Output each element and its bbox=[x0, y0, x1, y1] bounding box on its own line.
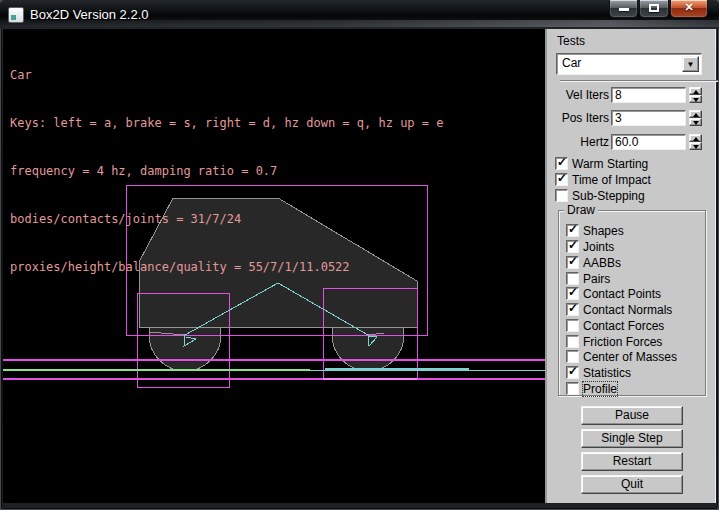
spinner-down-button[interactable] bbox=[689, 95, 702, 103]
vel-iters-spinner bbox=[689, 87, 702, 103]
checkbox-box[interactable]: ✓ bbox=[566, 366, 579, 379]
checkbox-label: Contact Forces bbox=[583, 319, 664, 333]
arrow-down-icon bbox=[693, 121, 699, 125]
draw-group-title: Draw bbox=[564, 203, 598, 217]
checkbox-label: Contact Normals bbox=[583, 303, 672, 317]
checkbox-label: AABBs bbox=[583, 256, 621, 270]
checkbox-box[interactable]: ✓ bbox=[555, 173, 568, 186]
quit-button[interactable]: Quit bbox=[581, 475, 683, 494]
vel-iters-input[interactable] bbox=[611, 87, 686, 103]
client-area: Car Keys: left = a, brake = s, right = d… bbox=[3, 29, 716, 503]
restart-button[interactable]: Restart bbox=[581, 452, 683, 471]
vel-iters-label: Vel Iters bbox=[547, 88, 609, 102]
checkbox-label: Warm Starting bbox=[572, 157, 648, 171]
pos-iters-input[interactable] bbox=[611, 110, 686, 126]
close-icon: ✕ bbox=[671, 1, 707, 14]
stat-line: proxies/height/balance/quality = 55/7/1/… bbox=[10, 259, 443, 275]
minimize-button[interactable] bbox=[609, 0, 638, 18]
chevron-down-icon: ▼ bbox=[687, 60, 695, 69]
checkbox-box[interactable]: ✓ bbox=[566, 303, 579, 316]
arrow-up-icon bbox=[693, 137, 699, 141]
checkbox-label: Joints bbox=[583, 240, 614, 254]
app-window: Box2D Version 2.2.0 ✕ bbox=[0, 0, 719, 510]
stat-line: bodies/contacts/joints = 31/7/24 bbox=[10, 211, 443, 227]
stat-line: Car bbox=[10, 67, 443, 83]
debug-statistics-text: Car Keys: left = a, brake = s, right = d… bbox=[10, 35, 443, 307]
draw-group: Draw ✓ Shapes ✓ Joints ✓ AABBs Pairs bbox=[558, 210, 706, 396]
check-icon: ✓ bbox=[568, 301, 578, 315]
maximize-button[interactable] bbox=[639, 0, 669, 18]
tests-dropdown[interactable]: Car ▼ bbox=[556, 53, 702, 75]
hertz-label: Hertz bbox=[547, 135, 609, 149]
checkbox-box[interactable]: ✓ bbox=[566, 287, 579, 300]
spinner-down-button[interactable] bbox=[689, 118, 702, 126]
checkbox-box[interactable]: ✓ bbox=[566, 256, 579, 269]
hertz-spinner bbox=[689, 134, 702, 150]
checkbox-label: Shapes bbox=[583, 224, 624, 238]
checkbox-box[interactable]: ✓ bbox=[566, 240, 579, 253]
hertz-row: Hertz bbox=[547, 134, 718, 150]
checkbox-label: Contact Points bbox=[583, 287, 661, 301]
pos-iters-spinner bbox=[689, 110, 702, 126]
tests-label: Tests bbox=[557, 34, 585, 48]
title-bar[interactable]: Box2D Version 2.2.0 ✕ bbox=[0, 0, 719, 29]
checkbox-label: Sub-Stepping bbox=[572, 189, 645, 203]
simulation-canvas[interactable]: Car Keys: left = a, brake = s, right = d… bbox=[3, 29, 545, 503]
checkbox-box[interactable]: ✓ bbox=[566, 224, 579, 237]
checkbox-box[interactable] bbox=[566, 319, 579, 332]
pos-iters-row: Pos Iters bbox=[547, 110, 718, 126]
app-icon bbox=[8, 7, 24, 23]
spinner-up-button[interactable] bbox=[689, 110, 702, 118]
hertz-input[interactable] bbox=[611, 134, 686, 150]
spinner-up-button[interactable] bbox=[689, 87, 702, 95]
check-icon: ✓ bbox=[557, 155, 567, 169]
check-icon: ✓ bbox=[568, 238, 578, 252]
stat-line: Keys: left = a, brake = s, right = d, hz… bbox=[10, 115, 443, 131]
dropdown-arrow-button[interactable]: ▼ bbox=[682, 56, 699, 72]
single-step-button[interactable]: Single Step bbox=[581, 429, 683, 448]
checkbox-label: Time of Impact bbox=[572, 173, 651, 187]
checkbox-label: Profile bbox=[583, 382, 617, 396]
checkbox-box[interactable] bbox=[566, 350, 579, 363]
vel-iters-row: Vel Iters bbox=[547, 87, 718, 103]
separator bbox=[560, 80, 718, 82]
checkbox-box[interactable] bbox=[566, 272, 579, 285]
check-icon: ✓ bbox=[568, 285, 578, 299]
checkbox-label: Center of Masses bbox=[583, 350, 677, 364]
spinner-up-button[interactable] bbox=[689, 134, 702, 142]
checkbox-box[interactable] bbox=[555, 189, 568, 202]
window-title: Box2D Version 2.2.0 bbox=[30, 7, 149, 22]
minimize-icon bbox=[619, 8, 629, 11]
arrow-down-icon bbox=[693, 145, 699, 149]
control-panel: Tests Car ▼ Vel Iters Pos Iters bbox=[545, 29, 716, 503]
checkbox-label: Pairs bbox=[583, 272, 610, 286]
checkbox-box[interactable] bbox=[566, 335, 579, 348]
arrow-up-icon bbox=[693, 90, 699, 94]
caption-buttons: ✕ bbox=[608, 0, 708, 18]
pause-button[interactable]: Pause bbox=[581, 406, 683, 425]
stat-line: frequency = 4 hz, damping ratio = 0.7 bbox=[10, 163, 443, 179]
check-icon: ✓ bbox=[568, 254, 578, 268]
arrow-up-icon bbox=[693, 113, 699, 117]
maximize-icon bbox=[649, 4, 659, 12]
checkbox-label: Statistics bbox=[583, 366, 631, 380]
check-icon: ✓ bbox=[557, 171, 567, 185]
tests-dropdown-value: Car bbox=[562, 56, 581, 70]
arrow-down-icon bbox=[693, 98, 699, 102]
checkbox-label: Friction Forces bbox=[583, 335, 662, 349]
check-icon: ✓ bbox=[568, 364, 578, 378]
check-icon: ✓ bbox=[568, 222, 578, 236]
checkbox-box[interactable]: ✓ bbox=[555, 157, 568, 170]
spinner-down-button[interactable] bbox=[689, 142, 702, 150]
checkbox-box[interactable] bbox=[566, 382, 579, 395]
close-button[interactable]: ✕ bbox=[670, 0, 708, 18]
pos-iters-label: Pos Iters bbox=[547, 111, 609, 125]
